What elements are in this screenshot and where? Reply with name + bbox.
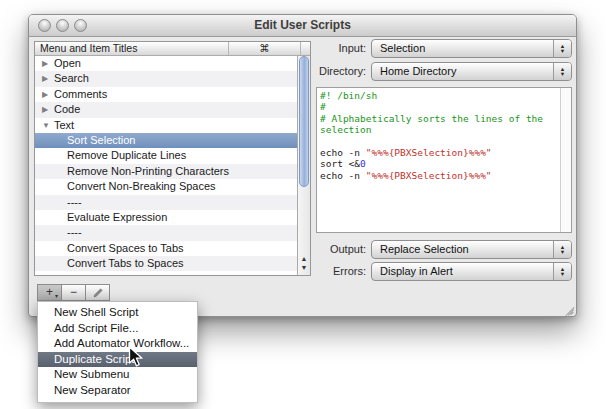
menu-item[interactable]: New Submenu xyxy=(38,367,197,383)
disclosure-collapsed-icon[interactable]: ▶ xyxy=(42,71,48,86)
script-editor[interactable]: #! /bin/sh## Alphabetically sorts the li… xyxy=(316,87,572,233)
code-line: #! /bin/sh xyxy=(320,90,559,101)
menu-item[interactable]: New Separator xyxy=(38,383,197,399)
column-header-titles[interactable]: Menu and Item Titles xyxy=(35,42,229,55)
list-item-label: Code xyxy=(35,102,297,117)
disclosure-collapsed-icon[interactable]: ▶ xyxy=(42,102,48,117)
editor-scrollbar[interactable] xyxy=(560,88,571,232)
list-item[interactable]: Evaluate Expression xyxy=(35,210,297,225)
menu-item[interactable]: Add Script File... xyxy=(38,321,197,337)
menu-item[interactable]: Duplicate Script xyxy=(38,352,197,368)
add-script-menu: New Shell ScriptAdd Script File...Add Au… xyxy=(37,301,198,403)
list-item[interactable]: Convert Non-Breaking Spaces xyxy=(35,179,297,194)
list-item[interactable]: ---- xyxy=(35,225,297,240)
screen: Edit User Scripts Menu and Item Titles ⌘… xyxy=(0,0,606,409)
code-token-comment: # xyxy=(320,101,326,112)
list-item[interactable]: ▶Code xyxy=(35,102,297,117)
input-value: Selection xyxy=(380,40,425,57)
errors-label: Errors: xyxy=(239,262,366,281)
output-value: Replace Selection xyxy=(380,241,469,258)
menu-item[interactable]: Add Automator Workflow... xyxy=(38,336,197,352)
input-popup[interactable]: Selection ▲▼ xyxy=(371,39,572,58)
list-item-label: Convert Non-Breaking Spaces xyxy=(35,179,297,194)
output-popup[interactable]: Replace Selection ▲▼ xyxy=(371,240,572,259)
popup-stepper-icon: ▲▼ xyxy=(553,40,571,57)
code-token-comment: selection xyxy=(320,124,371,135)
disclosure-expanded-icon[interactable]: ▼ xyxy=(42,118,50,133)
code-line: # Alphabetically sorts the lines of the xyxy=(320,113,559,124)
script-text[interactable]: #! /bin/sh## Alphabetically sorts the li… xyxy=(320,90,559,230)
title-bar[interactable]: Edit User Scripts xyxy=(29,15,576,37)
edit-user-scripts-window: Edit User Scripts Menu and Item Titles ⌘… xyxy=(28,14,577,317)
list-item-label: ---- xyxy=(35,225,297,240)
remove-script-button[interactable]: − xyxy=(61,284,86,301)
list-item[interactable]: ▶Comments xyxy=(35,87,297,102)
list-item-label: Evaluate Expression xyxy=(35,210,297,225)
window-title: Edit User Scripts xyxy=(29,18,576,32)
plus-icon: + xyxy=(46,285,53,299)
list-item-label: Text xyxy=(35,118,297,133)
list-item[interactable]: Remove Duplicate Lines xyxy=(35,148,297,163)
add-menu-caret-icon: ▾ xyxy=(55,293,58,299)
pencil-icon xyxy=(92,287,104,299)
code-token-string: "%%%{PBXSelection}%%%" xyxy=(366,147,492,158)
code-line: sort <&0 xyxy=(320,158,559,169)
popup-stepper-icon: ▲▼ xyxy=(553,263,571,280)
code-token-comment: #! /bin/sh xyxy=(320,90,377,101)
directory-label: Directory: xyxy=(239,62,366,81)
resize-grip[interactable] xyxy=(562,302,574,314)
edit-script-button[interactable] xyxy=(85,284,110,301)
directory-value: Home Directory xyxy=(380,63,456,80)
disclosure-collapsed-icon[interactable]: ▶ xyxy=(42,56,48,71)
input-label: Input: xyxy=(239,39,366,58)
directory-popup[interactable]: Home Directory ▲▼ xyxy=(371,62,572,81)
list-item[interactable]: ▼Text xyxy=(35,118,297,133)
code-line: echo -n "%%%{PBXSelection}%%%" xyxy=(320,170,559,181)
output-label: Output: xyxy=(239,240,366,259)
code-line xyxy=(320,136,559,147)
menu-item[interactable]: New Shell Script xyxy=(38,305,197,321)
disclosure-collapsed-icon[interactable]: ▶ xyxy=(42,87,48,102)
code-line: selection xyxy=(320,124,559,135)
minus-icon: − xyxy=(70,285,77,299)
list-item[interactable]: ---- xyxy=(35,195,297,210)
list-item-label: ---- xyxy=(35,195,297,210)
mouse-cursor-icon xyxy=(128,346,144,368)
code-line: echo -n "%%%{PBXSelection}%%%" xyxy=(320,147,559,158)
list-item-label: Comments xyxy=(35,87,297,102)
code-token-string: "%%%{PBXSelection}%%%" xyxy=(366,170,492,181)
code-token-comment: # Alphabetically sorts the lines of the xyxy=(320,113,543,124)
popup-stepper-icon: ▲▼ xyxy=(553,241,571,258)
code-token-plain: sort <& xyxy=(320,158,360,169)
code-token-plain: echo -n xyxy=(320,147,366,158)
code-token-number: 0 xyxy=(360,158,366,169)
list-item-label: Remove Duplicate Lines xyxy=(35,148,297,163)
popup-stepper-icon: ▲▼ xyxy=(553,63,571,80)
list-item-label: Remove Non-Printing Characters xyxy=(35,164,297,179)
list-item[interactable]: Sort Selection xyxy=(35,133,297,148)
add-script-button[interactable]: + ▾ xyxy=(37,284,62,301)
code-token-plain: echo -n xyxy=(320,170,366,181)
errors-value: Display in Alert xyxy=(380,263,453,280)
code-line: # xyxy=(320,101,559,112)
list-item[interactable]: Remove Non-Printing Characters xyxy=(35,164,297,179)
list-toolbar: + ▾ − xyxy=(37,284,110,301)
errors-popup[interactable]: Display in Alert ▲▼ xyxy=(371,262,572,281)
list-item-label: Sort Selection xyxy=(35,133,297,148)
